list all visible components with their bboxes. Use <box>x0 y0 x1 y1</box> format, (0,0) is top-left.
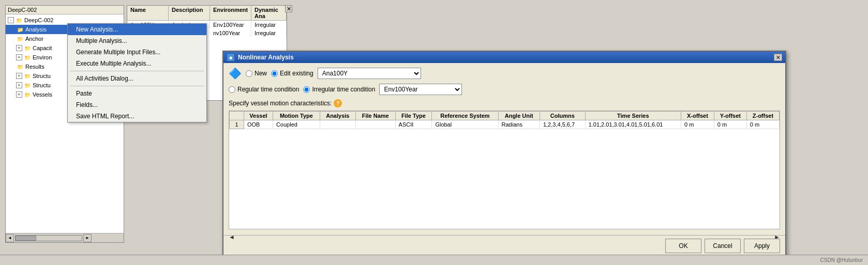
cell-y-offset-1: 0 m <box>714 120 746 129</box>
cell-analysis-1 <box>320 120 355 129</box>
watermark-text: CSDN @Hutunbur <box>820 257 863 263</box>
small-tree-cell-env-1: Env100Year <box>210 21 251 28</box>
context-menu-execute-multiple[interactable]: Execute Multiple Analysis... <box>68 58 206 69</box>
context-menu-sep2 <box>70 86 204 86</box>
folder-icon-anchor: 📁 <box>16 35 24 43</box>
cell-file-name-1 <box>355 120 395 129</box>
apply-button[interactable]: Apply <box>744 239 780 253</box>
tree-label-root: DeepC-002 <box>24 17 53 23</box>
col-columns: Columns <box>540 112 585 120</box>
dialog-close-button[interactable]: ✕ <box>774 54 782 61</box>
small-tree-col-dyn: Dynamic Ana <box>251 6 287 20</box>
radio-new-input[interactable] <box>246 70 252 77</box>
radio-regular-input[interactable] <box>229 86 235 93</box>
nonlinear-analysis-dialog: ■ Nonlinear Analysis ✕ 🔷 New Edit existi… <box>222 51 786 257</box>
small-tree-col-name: Name <box>127 6 169 20</box>
cell-row-num-1: 1 <box>230 120 244 129</box>
col-y-offset: Y-offset <box>714 112 746 120</box>
cell-time-series-1: 1.01,2.01,3.01,4.01,5.01,6.01 <box>585 120 681 129</box>
cancel-button[interactable]: Cancel <box>705 239 741 253</box>
col-motion-type: Motion Type <box>273 112 320 120</box>
tree-label-anchor: Anchor <box>25 36 43 42</box>
ok-button[interactable]: OK <box>665 239 701 253</box>
context-menu-new-analysis[interactable]: New Analysis... <box>68 24 206 35</box>
cell-file-type-1: ASCII <box>395 120 432 129</box>
folder-icon-vessels: 📁 <box>23 90 32 99</box>
radio-edit-input[interactable] <box>271 70 278 77</box>
radio-edit-label[interactable]: Edit existing <box>271 70 313 77</box>
cell-ref-system-1: Global <box>432 120 498 129</box>
radio-irregular-text: Irregular time condition <box>312 86 375 93</box>
expand-icon-structu2[interactable]: + <box>16 82 22 88</box>
status-bar: CSDN @Hutunbur <box>0 255 868 265</box>
scroll-right-btn[interactable]: ► <box>83 234 92 242</box>
col-file-type: File Type <box>395 112 432 120</box>
vessel-motion-label-row: Specify vessel motion characteristics: ? <box>229 99 780 107</box>
vessel-motion-table-wrapper[interactable]: Vessel Motion Type Analysis File Name Fi… <box>229 111 780 229</box>
dialog-logo-icon: 🔷 <box>229 67 242 80</box>
radio-irregular-label[interactable]: Irregular time condition <box>303 86 375 93</box>
context-menu-paste[interactable]: Paste <box>68 88 206 99</box>
mode-row: 🔷 New Edit existing Ana100Y <box>229 67 780 80</box>
cell-motion-type-1: Coupled <box>273 120 320 129</box>
context-menu-generate-multiple[interactable]: Generate Multiple Input Files... <box>68 46 206 58</box>
context-menu-save-html[interactable]: Save HTML Report... <box>68 111 206 122</box>
folder-icon-capacit: 📁 <box>23 44 32 52</box>
col-ref-system: Reference System <box>432 112 498 120</box>
radio-regular-text: Regular time condition <box>237 86 299 93</box>
col-num <box>230 112 244 120</box>
radio-edit-text: Edit existing <box>280 70 313 77</box>
col-angle-unit: Angle Unit <box>498 112 540 120</box>
analysis-select[interactable]: Ana100Y <box>318 68 421 79</box>
h-scrollbar-track[interactable] <box>15 235 82 241</box>
tree-title-label: DeepC-002 <box>8 7 37 13</box>
col-time-series: Time Series <box>585 112 681 120</box>
context-menu: New Analysis... Multiple Analysis... Gen… <box>67 23 207 122</box>
table-row[interactable]: 1 OOB Coupled ASCII Global Radians 1,2,3… <box>230 120 780 129</box>
tree-hscrollbar[interactable]: ◄ ► <box>6 233 124 242</box>
folder-icon-structu1: 📁 <box>23 72 32 80</box>
folder-icon-environ: 📁 <box>23 53 32 61</box>
tree-label-environ: Environ <box>33 54 52 60</box>
context-menu-all-activities[interactable]: All Activities Dialog... <box>68 73 206 84</box>
dialog-footer: OK Cancel Apply <box>223 235 785 256</box>
expand-icon-vessels[interactable]: + <box>16 91 22 98</box>
col-file-name: File Name <box>355 112 395 120</box>
expand-icon-capacit[interactable]: + <box>16 45 22 51</box>
folder-icon-results: 📁 <box>16 63 24 71</box>
small-tree-cell-dyn-2: Irregular <box>251 29 287 37</box>
radio-regular-label[interactable]: Regular time condition <box>229 86 299 93</box>
dialog-icon: ■ <box>227 53 235 61</box>
small-tree-col-env: Environment <box>210 6 251 20</box>
expand-icon-structu1[interactable]: + <box>16 73 22 79</box>
dialog-title-left: ■ Nonlinear Analysis <box>227 53 294 61</box>
tree-label-capacit: Capacit <box>33 45 52 51</box>
radio-irregular-input[interactable] <box>303 86 310 93</box>
context-menu-multiple-analysis[interactable]: Multiple Analysis... <box>68 35 206 46</box>
tree-label-analysis: Analysis <box>25 26 47 33</box>
cell-columns-1: 1,2,3,4,5,6,7 <box>540 120 585 129</box>
tree-label-structu1: Structu <box>33 73 51 79</box>
folder-icon-analysis: 📁 <box>16 25 24 34</box>
expand-icon-root[interactable]: - <box>8 17 14 23</box>
scroll-left-btn[interactable]: ◄ <box>6 234 14 242</box>
cell-x-offset-1: 0 m <box>681 120 714 129</box>
help-icon[interactable]: ? <box>334 99 342 107</box>
context-menu-fields[interactable]: Fields... <box>68 99 206 111</box>
h-scrollbar-thumb <box>16 236 36 241</box>
cell-z-offset-1: 0 m <box>746 120 779 129</box>
radio-new-label[interactable]: New <box>246 70 267 77</box>
vessel-motion-table: Vessel Motion Type Analysis File Name Fi… <box>229 111 780 129</box>
cell-angle-unit-1: Radians <box>498 120 540 129</box>
expand-icon-environ[interactable]: + <box>16 54 22 60</box>
col-analysis: Analysis <box>320 112 355 120</box>
dialog-titlebar: ■ Nonlinear Analysis ✕ <box>223 52 785 63</box>
small-tree-col-desc: Description <box>169 6 210 20</box>
environment-select[interactable]: Env100Year <box>379 84 462 95</box>
folder-icon-root: 📁 <box>15 16 23 24</box>
tree-panel-title: DeepC-002 <box>6 6 124 14</box>
vessel-motion-text: Specify vessel motion characteristics: <box>229 100 332 107</box>
small-tree-header: Name Description Environment Dynamic Ana <box>127 6 287 21</box>
tree-label-results: Results <box>25 64 44 70</box>
small-tree-close-btn[interactable]: ✕ <box>285 5 292 12</box>
